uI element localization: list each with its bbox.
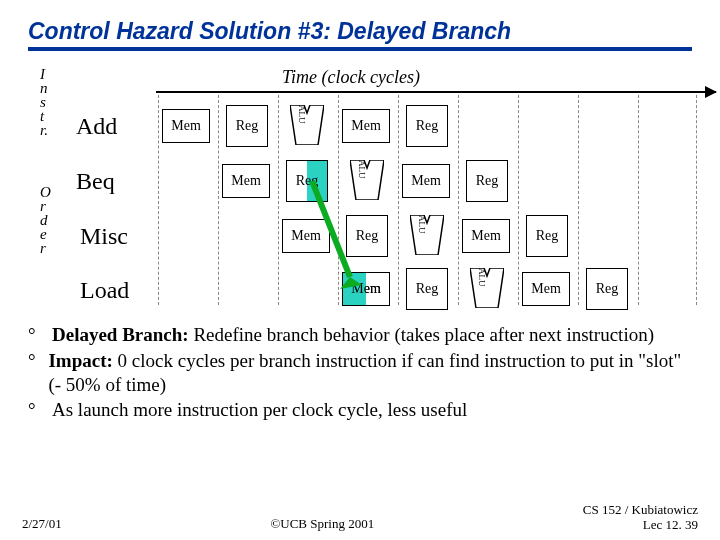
- instr-load: Load: [80, 277, 129, 304]
- instr-beq: Beq: [76, 168, 115, 195]
- stage-mem: Mem: [222, 164, 270, 198]
- stage-mem: Mem: [402, 164, 450, 198]
- stage-mem: Mem: [342, 109, 390, 143]
- page-title: Control Hazard Solution #3: Delayed Bran…: [28, 18, 692, 45]
- bullet-item: °Delayed Branch: Redefine branch behavio…: [28, 323, 692, 347]
- stage-alu: ALU: [410, 215, 444, 255]
- vlabel-instr: Instr.: [40, 67, 48, 137]
- footer-center: ©UCB Spring 2001: [270, 516, 374, 532]
- stage-mem-label: Mem: [342, 272, 390, 306]
- stage-alu: ALU: [290, 105, 324, 145]
- stage-alu: ALU: [470, 268, 504, 308]
- bullet-item: °Impact: 0 clock cycles per branch instr…: [28, 349, 692, 397]
- instr-add: Add: [76, 113, 117, 140]
- stage-mem: Mem: [282, 219, 330, 253]
- tick: [278, 95, 279, 305]
- tick: [696, 95, 697, 305]
- tick: [398, 95, 399, 305]
- stage-reg-hl: Reg: [286, 160, 328, 202]
- bullet-item: °As launch more instruction per clock cy…: [28, 398, 692, 422]
- stage-reg: Reg: [406, 268, 448, 310]
- stage-reg: Reg: [586, 268, 628, 310]
- bullet-list: °Delayed Branch: Redefine branch behavio…: [28, 323, 692, 422]
- instr-misc: Misc: [80, 223, 128, 250]
- vlabel-order: Order: [40, 185, 51, 255]
- stage-reg: Reg: [346, 215, 388, 257]
- stage-mem: Mem: [162, 109, 210, 143]
- pipeline-diagram: Instr. Order Add Beq Misc Load Time (clo…: [28, 65, 692, 315]
- stage-reg: Reg: [406, 105, 448, 147]
- title-rule: [28, 47, 692, 51]
- tick: [158, 95, 159, 305]
- stage-mem: Mem: [522, 272, 570, 306]
- time-axis: [156, 91, 716, 93]
- footer-date: 2/27/01: [22, 516, 62, 532]
- stage-reg: Reg: [526, 215, 568, 257]
- tick: [218, 95, 219, 305]
- slide-footer: 2/27/01 ©UCB Spring 2001 CS 152 / Kubiat…: [0, 503, 720, 532]
- time-label: Time (clock cycles): [282, 67, 420, 88]
- footer-right: CS 152 / KubiatowiczLec 12. 39: [583, 503, 698, 532]
- tick: [518, 95, 519, 305]
- tick: [638, 95, 639, 305]
- stage-reg: Reg: [226, 105, 268, 147]
- tick: [578, 95, 579, 305]
- stage-mem: Mem: [462, 219, 510, 253]
- tick: [338, 95, 339, 305]
- stage-reg: Reg: [466, 160, 508, 202]
- tick: [458, 95, 459, 305]
- stage-alu: ALU: [350, 160, 384, 200]
